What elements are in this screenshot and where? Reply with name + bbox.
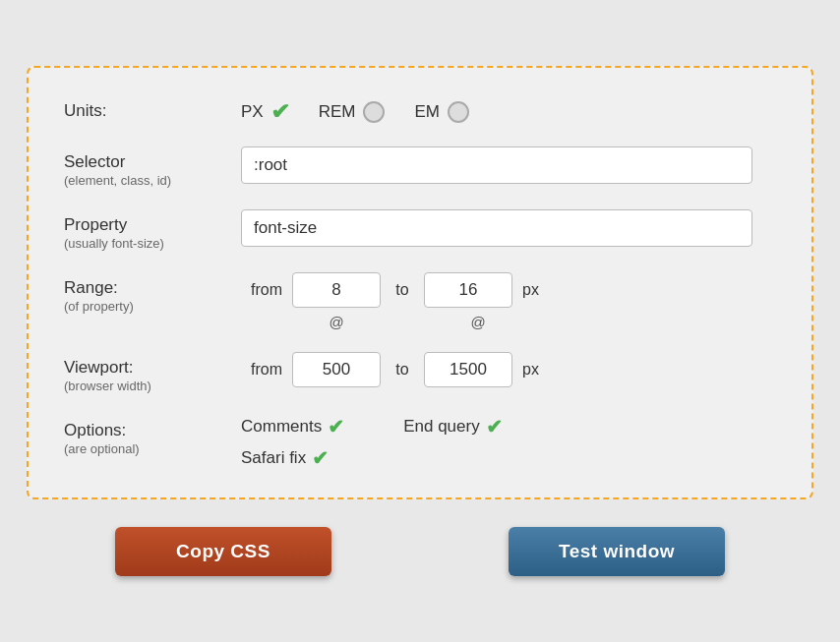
comments-checkmark-icon: ✔ bbox=[328, 415, 344, 438]
copy-css-button[interactable]: Copy CSS bbox=[115, 527, 331, 576]
property-sublabel: (usually font-size) bbox=[64, 236, 241, 251]
option-safari-fix-label: Safari fix bbox=[241, 448, 306, 468]
end-query-checkmark-icon: ✔ bbox=[486, 415, 503, 438]
range-from-label: from bbox=[241, 281, 282, 299]
range-values-line: from to px bbox=[241, 272, 539, 308]
safari-fix-checkmark-icon: ✔ bbox=[312, 446, 329, 470]
options-grid: Comments ✔ End query ✔ Safari fix ✔ bbox=[241, 415, 503, 470]
property-label: Property bbox=[64, 215, 241, 235]
viewport-content: from to px bbox=[241, 352, 776, 387]
option-safari-fix[interactable]: Safari fix ✔ bbox=[241, 446, 344, 470]
options-row: Options: (are optional) Comments ✔ End q… bbox=[64, 415, 776, 470]
range-unit: px bbox=[522, 281, 539, 299]
viewport-from-input[interactable] bbox=[292, 352, 381, 387]
option-end-query[interactable]: End query ✔ bbox=[403, 415, 503, 438]
viewport-to-input[interactable] bbox=[424, 352, 512, 387]
px-checkmark-icon: ✔ bbox=[270, 99, 290, 125]
property-row: Property (usually font-size) bbox=[64, 209, 776, 251]
selector-content bbox=[241, 146, 776, 184]
buttons-row: Copy CSS Test window bbox=[27, 527, 813, 576]
at-from-sign: @ bbox=[292, 314, 381, 330]
units-label-col: Units: bbox=[64, 95, 241, 121]
units-label: Units: bbox=[64, 101, 106, 120]
selector-label-col: Selector (element, class, id) bbox=[64, 146, 241, 188]
selector-input[interactable] bbox=[241, 146, 752, 184]
range-row: Range: (of property) from to px @ @ bbox=[64, 272, 776, 330]
viewport-unit: px bbox=[522, 361, 539, 379]
unit-rem-label: REM bbox=[319, 102, 356, 122]
unit-px-label: PX bbox=[241, 102, 264, 122]
at-to-sign: @ bbox=[434, 314, 522, 330]
range-sublabel: (of property) bbox=[64, 299, 241, 314]
viewport-row: Viewport: (browser width) from to px bbox=[64, 352, 776, 393]
unit-px[interactable]: PX ✔ bbox=[241, 99, 289, 125]
viewport-label: Viewport: bbox=[64, 358, 241, 378]
test-window-button[interactable]: Test window bbox=[509, 527, 725, 576]
range-to-input[interactable] bbox=[424, 272, 512, 308]
viewport-label-col: Viewport: (browser width) bbox=[64, 352, 241, 393]
unit-em-label: EM bbox=[414, 102, 440, 122]
range-block: from to px @ @ bbox=[241, 272, 539, 330]
option-comments-label: Comments bbox=[241, 417, 322, 437]
option-comments[interactable]: Comments ✔ bbox=[241, 415, 344, 438]
options-sublabel: (are optional) bbox=[64, 441, 241, 456]
option-end-query-label: End query bbox=[403, 417, 480, 437]
selector-row: Selector (element, class, id) bbox=[64, 146, 776, 188]
unit-rem[interactable]: REM bbox=[319, 101, 386, 123]
units-row: Units: PX ✔ REM EM bbox=[64, 95, 776, 125]
at-signs-row: @ @ bbox=[241, 314, 539, 330]
selector-label: Selector bbox=[64, 152, 241, 172]
viewport-values-line: from to px bbox=[241, 352, 539, 387]
range-label-col: Range: (of property) bbox=[64, 272, 241, 314]
property-label-col: Property (usually font-size) bbox=[64, 209, 241, 251]
range-label: Range: bbox=[64, 278, 241, 298]
options-content: Comments ✔ End query ✔ Safari fix ✔ bbox=[241, 415, 776, 470]
unit-em[interactable]: EM bbox=[414, 101, 469, 123]
viewport-from-label: from bbox=[241, 361, 282, 379]
range-content: from to px @ @ bbox=[241, 272, 776, 330]
viewport-sublabel: (browser width) bbox=[64, 379, 241, 393]
property-input[interactable] bbox=[241, 209, 752, 247]
viewport-to-label: to bbox=[390, 361, 414, 379]
options-label: Options: bbox=[64, 421, 241, 440]
em-radio-icon bbox=[448, 101, 469, 123]
range-to-label: to bbox=[390, 281, 414, 299]
settings-panel: Units: PX ✔ REM EM Selector (element, cl… bbox=[27, 66, 813, 499]
rem-radio-icon bbox=[363, 101, 385, 123]
range-from-input[interactable] bbox=[292, 272, 381, 308]
property-content bbox=[241, 209, 776, 247]
options-label-col: Options: (are optional) bbox=[64, 415, 241, 456]
selector-sublabel: (element, class, id) bbox=[64, 173, 241, 188]
units-content: PX ✔ REM EM bbox=[241, 95, 776, 125]
